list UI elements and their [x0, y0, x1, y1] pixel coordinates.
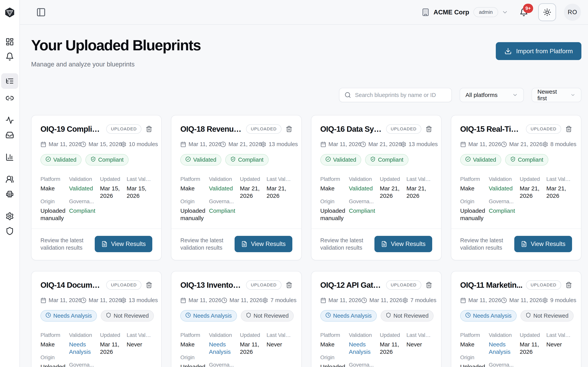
validation-status-badge: Validated: [320, 154, 361, 166]
clock-icon: [80, 142, 86, 147]
validation-value: Validated: [209, 185, 238, 192]
module-count: 10 modules: [121, 141, 152, 148]
validation-label: Validation: [489, 332, 518, 338]
sidebar-toggle-button[interactable]: [36, 7, 46, 17]
sidebar-item-bell[interactable]: [1, 51, 18, 62]
sidebar-item-printer[interactable]: [1, 189, 18, 200]
platform-filter-select[interactable]: All platforms: [460, 88, 524, 102]
gear-icon: [121, 297, 126, 303]
delete-blueprint-button[interactable]: [426, 282, 432, 288]
list-controls: All platforms Newest first: [31, 88, 581, 102]
panel-left-icon: [36, 7, 46, 17]
view-results-button[interactable]: View Results: [514, 236, 572, 252]
sidebar-item-list-tree[interactable]: [1, 73, 18, 89]
updated-label: Updated: [380, 176, 405, 182]
sidebar-item-shield[interactable]: [1, 225, 18, 236]
clock-icon: [325, 312, 331, 318]
governance-status-badge: Not Reviewed: [101, 310, 154, 322]
validation-status-badge: Validated: [41, 154, 81, 166]
clock-icon: [501, 142, 507, 147]
module-count: 13 modules: [400, 141, 432, 148]
sidebar-item-link[interactable]: [1, 93, 18, 104]
governance-status-badge: Compliant: [225, 154, 269, 166]
sidebar-item-dashboard[interactable]: [1, 36, 18, 47]
view-results-button[interactable]: View Results: [234, 236, 292, 252]
view-results-button[interactable]: View Results: [95, 236, 153, 252]
import-from-platform-button[interactable]: Import from Platform: [496, 42, 581, 60]
theme-toggle-button[interactable]: [538, 3, 556, 21]
calendar-icon: [180, 297, 186, 303]
delete-blueprint-button[interactable]: [146, 282, 152, 288]
trash-icon: [286, 282, 292, 288]
notification-count-badge: 9+: [523, 4, 533, 13]
validation-label: Validation: [349, 332, 378, 338]
origin-label: Origin: [460, 198, 487, 205]
updated-date: Mar 21, 2026: [501, 141, 537, 148]
origin-label: Origin: [460, 354, 487, 361]
review-hint-text: Review the latest validation results: [460, 237, 511, 252]
created-date: Mar 11, 2026: [460, 297, 496, 303]
user-avatar[interactable]: RO: [564, 4, 581, 21]
platform-value: Make: [180, 185, 207, 192]
last-validated-label: Last Vali...: [127, 176, 151, 182]
clock-icon: [360, 142, 366, 147]
delete-blueprint-button[interactable]: [146, 126, 152, 132]
updated-date: Mar 15, 2026: [80, 141, 116, 148]
sidebar-item-users[interactable]: [1, 174, 18, 185]
notifications-button[interactable]: 9+: [519, 8, 528, 17]
gear-icon: [542, 297, 548, 303]
created-date: Mar 11, 2026: [320, 141, 355, 148]
governance-label: Governa...: [489, 198, 518, 205]
gear-icon: [402, 297, 408, 303]
sidebar-item-activity[interactable]: [1, 115, 18, 126]
main-area: ACME Corp admin 9+ RO Your Uploaded Bl: [20, 0, 588, 367]
uploaded-status-badge: UPLOADED: [246, 280, 281, 290]
blueprint-card: OIQ-16 Data Syn... UPLOADED Mar 11, 2026…: [311, 115, 441, 260]
validation-status-badge: Validated: [180, 154, 221, 166]
delete-blueprint-button[interactable]: [286, 282, 292, 288]
platform-label: Platform: [41, 176, 67, 182]
delete-blueprint-button[interactable]: [426, 126, 432, 132]
calendar-icon: [320, 142, 326, 147]
blueprint-card: OIQ-14 Documen... UPLOADED Mar 11, 2026 …: [31, 271, 162, 367]
sidebar-item-settings[interactable]: [1, 211, 18, 222]
platform-value: Make: [41, 341, 67, 348]
check-circle-icon: [45, 156, 51, 162]
validation-status-badge: Needs Analysis: [460, 310, 517, 322]
link-icon: [5, 94, 14, 102]
validation-value: Needs Analysis: [209, 341, 238, 356]
last-validated-label: Last Vali...: [127, 332, 151, 338]
view-results-button[interactable]: View Results: [374, 236, 432, 252]
trash-icon: [565, 126, 572, 132]
governance-label: Governa...: [69, 198, 98, 205]
file-text-icon: [521, 241, 527, 247]
list-tree-icon: [5, 77, 14, 85]
uploaded-status-badge: UPLOADED: [526, 124, 561, 134]
chevron-down-icon[interactable]: [502, 9, 508, 16]
review-hint-text: Review the latest validation results: [41, 237, 91, 252]
last-validated-label: Last Vali...: [546, 176, 571, 182]
blueprint-details: PlatformMake OriginUploaded manually Val…: [320, 332, 432, 367]
blueprint-card: OIQ-12 API Gate... UPLOADED Mar 11, 2026…: [311, 271, 441, 367]
module-count: 9 modules: [542, 297, 572, 303]
activity-icon: [5, 116, 14, 125]
sidebar-item-bar-chart[interactable]: [1, 152, 18, 163]
delete-blueprint-button[interactable]: [565, 282, 572, 288]
gear-icon: [260, 142, 266, 147]
logo-icon: [4, 7, 15, 18]
last-validated-value: Never: [406, 341, 431, 348]
sidebar-item-inbox[interactable]: [1, 130, 18, 141]
page-subtitle: Manage and analyze your blueprints: [31, 61, 201, 68]
calendar-icon: [320, 297, 326, 303]
clock-icon: [361, 297, 367, 303]
sort-order-select[interactable]: Newest first: [532, 88, 581, 102]
blueprint-title: OIQ-11 Marketin...: [460, 281, 522, 290]
governance-value: Compliant: [489, 207, 518, 215]
shield-icon: [106, 312, 111, 318]
delete-blueprint-button[interactable]: [565, 126, 572, 132]
updated-value: Mar 11, 2026: [100, 341, 125, 356]
search-input[interactable]: [355, 92, 446, 98]
gear-icon: [262, 297, 268, 303]
gear-icon: [542, 142, 548, 147]
delete-blueprint-button[interactable]: [286, 126, 292, 132]
